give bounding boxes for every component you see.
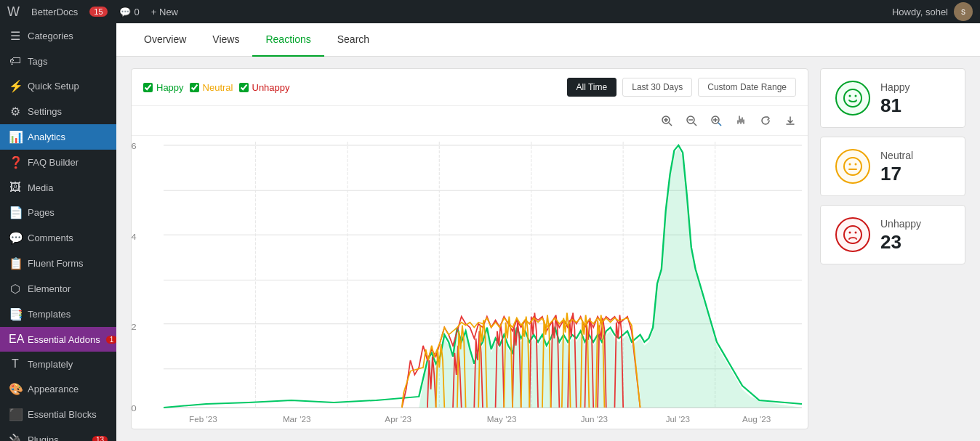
sidebar-item-label-essential-blocks: Essential Blocks <box>28 409 97 420</box>
download-btn[interactable] <box>780 110 800 131</box>
neutral-stat-card: Neutral 17 <box>820 137 965 196</box>
custom-date-range-btn[interactable]: Custom Date Range <box>698 78 796 97</box>
svg-text:Jun '23: Jun '23 <box>581 416 608 424</box>
pan-btn[interactable] <box>731 110 751 131</box>
sidebar-item-label-templately: Templately <box>28 359 73 370</box>
pages-icon: 📄 <box>9 206 22 219</box>
svg-text:Apr '23: Apr '23 <box>385 416 411 424</box>
sidebar-item-elementor[interactable]: ⬡Elementor <box>0 276 116 302</box>
admin-bar: W BetterDocs 15 💬 0 + New Howdy, sohel s <box>0 0 980 23</box>
stats-panel: Happy 81 Neutral 17 <box>820 68 965 429</box>
comments-count[interactable]: 💬 0 <box>119 7 140 17</box>
sidebar-item-categories[interactable]: ☰Categories <box>0 23 116 49</box>
happy-stat-info: Happy 81 <box>880 81 909 115</box>
tab-reactions[interactable]: Reactions <box>252 23 324 57</box>
settings-icon: ⚙ <box>9 105 22 118</box>
sidebar-item-fluent-forms[interactable]: 📋Fluent Forms <box>0 251 116 276</box>
appearance-icon: 🎨 <box>9 382 22 396</box>
neutral-checkbox[interactable] <box>190 83 199 92</box>
analytics-content: Happy Neutral Unhappy All Time Last 30 D… <box>116 57 980 441</box>
sidebar-item-label-pages: Pages <box>28 207 55 218</box>
unhappy-checkbox[interactable] <box>239 83 249 92</box>
happy-icon <box>835 81 870 116</box>
categories-icon: ☰ <box>9 29 22 43</box>
neutral-icon <box>835 149 870 184</box>
sidebar-item-label-tags: Tags <box>28 56 47 67</box>
unhappy-label: Unhappy <box>880 218 921 230</box>
sidebar-item-quick-setup[interactable]: ⚡Quick Setup <box>0 73 116 99</box>
sidebar: ☰Categories🏷Tags⚡Quick Setup⚙Settings📊An… <box>0 23 116 441</box>
last-30-days-btn[interactable]: Last 30 Days <box>622 78 692 97</box>
sidebar-item-settings[interactable]: ⚙Settings <box>0 99 116 124</box>
zoom-out-btn[interactable] <box>681 110 702 131</box>
analytics-icon: 📊 <box>9 130 22 144</box>
sidebar-item-label-essential-addons: Essential Addons <box>28 334 100 345</box>
sidebar-item-label-appearance: Appearance <box>28 384 79 395</box>
sidebar-item-label-media: Media <box>28 182 53 193</box>
sidebar-item-pages[interactable]: 📄Pages <box>0 200 116 225</box>
elementor-icon: ⬡ <box>9 282 22 296</box>
sidebar-item-comments[interactable]: 💬Comments <box>0 225 116 251</box>
chart-panel: Happy Neutral Unhappy All Time Last 30 D… <box>131 68 808 429</box>
svg-point-36 <box>844 89 861 107</box>
svg-point-39 <box>844 158 861 175</box>
sidebar-item-label-analytics: Analytics <box>28 132 65 142</box>
unhappy-value: 23 <box>880 232 921 251</box>
wp-logo[interactable]: W <box>7 4 20 20</box>
chart-area: 6 4 2 0 Feb '23 Mar '23 Apr '23 May '23 … <box>132 136 808 429</box>
fluent-forms-icon: 📋 <box>9 256 22 270</box>
faq-builder-icon: ❓ <box>9 155 22 169</box>
happy-value: 81 <box>880 96 909 115</box>
adminbar-right: Howdy, sohel s <box>892 2 973 21</box>
sidebar-item-analytics[interactable]: 📊Analytics <box>0 124 116 150</box>
svg-marker-35 <box>164 147 802 408</box>
sidebar-item-essential-blocks[interactable]: ⬛Essential Blocks <box>0 402 116 427</box>
svg-text:0: 0 <box>132 404 137 413</box>
svg-point-40 <box>849 163 851 166</box>
zoom-in-btn[interactable] <box>656 110 677 131</box>
svg-text:Mar '23: Mar '23 <box>283 416 311 424</box>
sidebar-item-essential-addons[interactable]: EAEssential Addons1 <box>0 327 116 352</box>
howdy-text: Howdy, sohel <box>892 7 948 17</box>
sidebar-item-label-templates: Templates <box>28 309 71 320</box>
happy-checkbox[interactable] <box>143 83 153 92</box>
svg-text:Aug '23: Aug '23 <box>742 416 771 424</box>
tab-views[interactable]: Views <box>199 23 252 57</box>
sidebar-item-tags[interactable]: 🏷Tags <box>0 49 116 73</box>
main-content: Overview Views Reactions Search Happy Ne… <box>116 23 980 441</box>
svg-text:2: 2 <box>132 323 137 332</box>
sidebar-item-media[interactable]: 🖼Media <box>0 175 116 200</box>
sidebar-item-label-comments: Comments <box>28 232 73 243</box>
sidebar-item-faq-builder[interactable]: ❓FAQ Builder <box>0 150 116 175</box>
comments-icon: 💬 <box>9 231 22 245</box>
sidebar-item-label-categories: Categories <box>28 31 73 41</box>
sidebar-item-label-faq-builder: FAQ Builder <box>28 157 79 168</box>
templately-icon: T <box>9 357 22 371</box>
plugins-icon: 🔌 <box>9 433 22 441</box>
plugins-badge: 13 <box>92 436 108 441</box>
all-time-btn[interactable]: All Time <box>567 78 617 97</box>
site-name[interactable]: BetterDocs <box>31 7 78 17</box>
sidebar-item-templately[interactable]: TTemplately <box>0 352 116 376</box>
unhappy-stat-info: Unhappy 23 <box>880 218 921 251</box>
neutral-stat-info: Neutral 17 <box>880 150 913 183</box>
sidebar-item-appearance[interactable]: 🎨Appearance <box>0 376 116 402</box>
tab-search[interactable]: Search <box>324 23 382 57</box>
zoom-reset-btn[interactable] <box>706 110 726 131</box>
svg-point-37 <box>849 95 851 97</box>
new-button[interactable]: + New <box>151 7 178 17</box>
sidebar-item-templates[interactable]: 📑Templates <box>0 302 116 327</box>
filter-unhappy[interactable]: Unhappy <box>239 82 290 93</box>
svg-text:4: 4 <box>132 232 137 242</box>
sidebar-item-label-elementor: Elementor <box>28 283 71 294</box>
svg-point-45 <box>855 232 857 234</box>
filter-happy[interactable]: Happy <box>143 82 184 93</box>
sidebar-item-plugins[interactable]: 🔌Plugins13 <box>0 427 116 441</box>
reset-btn[interactable] <box>755 110 776 131</box>
updates-count[interactable]: 15 <box>89 7 107 17</box>
unhappy-icon <box>835 217 870 252</box>
svg-point-44 <box>849 232 851 234</box>
tab-overview[interactable]: Overview <box>131 23 199 57</box>
filter-neutral[interactable]: Neutral <box>190 82 233 93</box>
chart-svg: 6 4 2 0 Feb '23 Mar '23 Apr '23 May '23 … <box>164 142 802 411</box>
